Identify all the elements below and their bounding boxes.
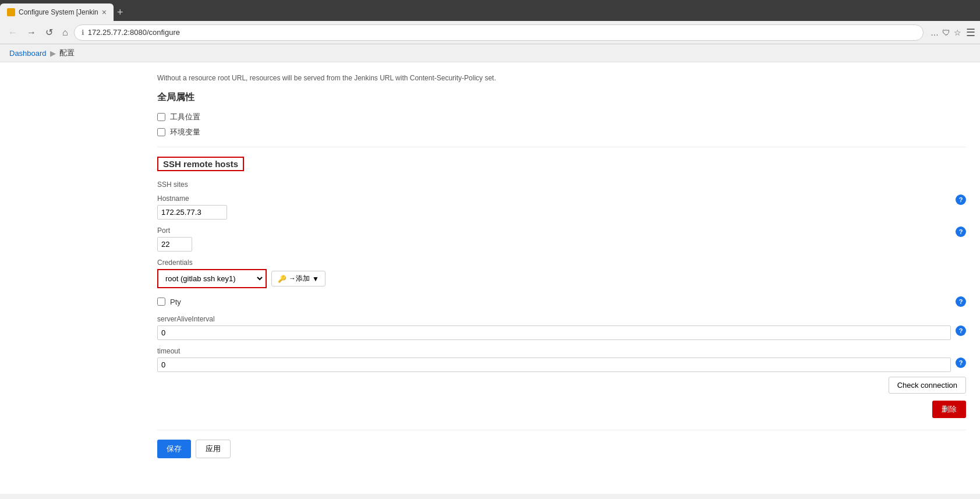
active-tab[interactable]: Configure System [Jenkin × bbox=[0, 3, 114, 21]
port-input[interactable] bbox=[157, 237, 192, 252]
timeout-help-icon[interactable]: ? bbox=[956, 358, 966, 368]
port-label: Port bbox=[157, 227, 951, 235]
tab-bar: Configure System [Jenkin × + bbox=[0, 0, 980, 21]
bottom-divider bbox=[157, 430, 966, 430]
port-content: Port bbox=[157, 227, 951, 252]
server-alive-help-icon[interactable]: ? bbox=[956, 325, 966, 336]
breadcrumb-dashboard[interactable]: Dashboard bbox=[9, 49, 47, 58]
breadcrumb-current-page: 配置 bbox=[59, 48, 75, 58]
env-vars-label: 环境变量 bbox=[170, 127, 200, 137]
breadcrumb-separator: ▶ bbox=[50, 49, 56, 58]
section-divider bbox=[157, 147, 966, 147]
apply-button[interactable]: 应用 bbox=[196, 440, 231, 458]
delete-button[interactable]: 删除 bbox=[932, 401, 966, 418]
notice-text: Without a resource root URL, resources w… bbox=[157, 74, 966, 82]
tool-location-label: 工具位置 bbox=[170, 112, 200, 122]
check-connection-area: Check connection bbox=[157, 377, 966, 394]
tab-title: Configure System [Jenkin bbox=[19, 8, 98, 16]
credentials-row: root (gitlab ssh key1) 🔑 →添加 ▼ bbox=[157, 269, 966, 288]
timeout-input[interactable] bbox=[157, 358, 951, 372]
add-icon: 🔑 bbox=[278, 275, 286, 283]
ssh-sites-label: SSH sites bbox=[157, 181, 966, 189]
hostname-field-group: Hostname ? bbox=[157, 194, 966, 220]
hostname-help-icon[interactable]: ? bbox=[956, 194, 966, 205]
credentials-field-group: Credentials root (gitlab ssh key1) 🔑 →添加… bbox=[157, 259, 966, 288]
credentials-label: Credentials bbox=[157, 259, 966, 267]
env-vars-checkbox[interactable] bbox=[157, 128, 165, 136]
timeout-content: timeout bbox=[157, 347, 951, 372]
ssh-section-box: SSH remote hosts bbox=[157, 157, 244, 171]
server-alive-input[interactable] bbox=[157, 325, 951, 340]
new-tab-button[interactable]: + bbox=[117, 6, 123, 19]
main-content: Without a resource root URL, resources w… bbox=[0, 62, 980, 494]
back-button[interactable]: ← bbox=[5, 25, 21, 40]
save-button[interactable]: 保存 bbox=[157, 440, 191, 458]
server-alive-field-group: serverAliveInterval ? bbox=[157, 315, 966, 340]
tab-favicon bbox=[7, 8, 15, 16]
ssh-section-title: SSH remote hosts bbox=[163, 159, 238, 169]
pty-field: Pty ? bbox=[170, 296, 966, 307]
check-connection-button[interactable]: Check connection bbox=[889, 377, 966, 394]
bottom-actions: 保存 应用 bbox=[157, 440, 966, 458]
tool-location-row: 工具位置 bbox=[157, 112, 966, 122]
content-inner: Without a resource root URL, resources w… bbox=[0, 62, 980, 476]
pty-row: Pty ? bbox=[157, 296, 966, 307]
forward-button[interactable]: → bbox=[23, 25, 40, 40]
more-options-button[interactable]: … bbox=[931, 28, 939, 37]
pty-label: Pty bbox=[170, 298, 951, 306]
breadcrumb: Dashboard ▶ 配置 bbox=[0, 44, 980, 62]
add-dropdown-arrow: ▼ bbox=[312, 275, 319, 283]
global-properties-heading: 全局属性 bbox=[157, 91, 966, 104]
pty-help-icon[interactable]: ? bbox=[956, 296, 966, 307]
nav-bar: ← → ↺ ⌂ ℹ 172.25.77.2:8080/configure … 🛡… bbox=[0, 21, 980, 44]
url-text: 172.25.77.2:8080/configure bbox=[88, 28, 916, 37]
credentials-select[interactable]: root (gitlab ssh key1) bbox=[160, 271, 264, 286]
reload-button[interactable]: ↺ bbox=[42, 24, 56, 40]
add-credentials-button[interactable]: 🔑 →添加 ▼ bbox=[271, 271, 326, 286]
delete-area: 删除 bbox=[157, 401, 966, 418]
port-help-icon[interactable]: ? bbox=[956, 227, 966, 237]
tool-location-checkbox[interactable] bbox=[157, 113, 165, 121]
hostname-label: Hostname bbox=[157, 194, 951, 203]
nav-actions: … 🛡 ☆ bbox=[931, 28, 961, 37]
server-alive-label: serverAliveInterval bbox=[157, 315, 951, 323]
hostname-content: Hostname bbox=[157, 194, 951, 220]
home-button[interactable]: ⌂ bbox=[59, 25, 72, 40]
credentials-select-box: root (gitlab ssh key1) bbox=[157, 269, 267, 288]
add-button-label: →添加 bbox=[289, 274, 310, 284]
tab-close-button[interactable]: × bbox=[102, 8, 107, 16]
pty-checkbox[interactable] bbox=[157, 298, 165, 306]
env-vars-row: 环境变量 bbox=[157, 127, 966, 137]
info-icon: ℹ bbox=[82, 29, 84, 37]
address-bar[interactable]: ℹ 172.25.77.2:8080/configure bbox=[74, 24, 924, 41]
hostname-input[interactable] bbox=[157, 205, 227, 220]
port-field-group: Port ? bbox=[157, 227, 966, 252]
timeout-field-group: timeout ? bbox=[157, 347, 966, 372]
menu-button[interactable]: ☰ bbox=[966, 26, 975, 39]
server-alive-content: serverAliveInterval bbox=[157, 315, 951, 340]
shield-button[interactable]: 🛡 bbox=[942, 28, 950, 37]
browser-window: Configure System [Jenkin × + ← → ↺ ⌂ ℹ 1… bbox=[0, 0, 980, 44]
timeout-label: timeout bbox=[157, 347, 951, 355]
bookmark-button[interactable]: ☆ bbox=[954, 28, 961, 37]
